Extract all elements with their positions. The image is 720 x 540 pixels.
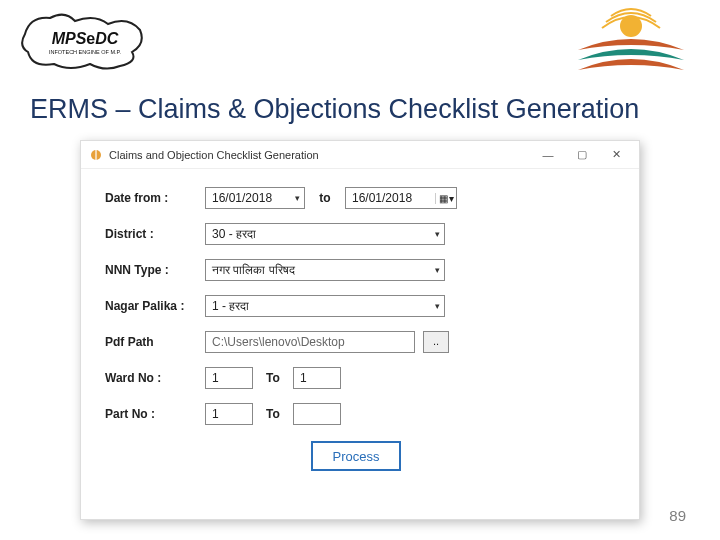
- ward-no-label: Ward No :: [105, 371, 205, 385]
- svg-rect-2: [95, 150, 97, 160]
- ward-no-to-field[interactable]: 1: [293, 367, 341, 389]
- row-nagar-palika: Nagar Palika : 1 - हरदा ▾: [105, 295, 615, 317]
- district-value: 30 - हरदा: [212, 227, 256, 241]
- date-from-value: 16/01/2018: [212, 191, 272, 205]
- nagar-palika-select[interactable]: 1 - हरदा ▾: [205, 295, 445, 317]
- dialog-window: Claims and Objection Checklist Generatio…: [80, 140, 640, 520]
- date-to-field[interactable]: 16/01/2018 ▦▾: [345, 187, 457, 209]
- calendar-toggle-icon: ▦▾: [435, 193, 454, 204]
- chevron-down-icon: ▾: [429, 301, 440, 311]
- part-no-label: Part No :: [105, 407, 205, 421]
- nagar-palika-value: 1 - हरदा: [212, 299, 249, 313]
- mpsedc-logo: MPSeDC INFOTECH ENGINE OF M.P.: [20, 6, 150, 76]
- ward-no-to-label: To: [253, 371, 293, 385]
- row-pdf-path: Pdf Path C:\Users\lenovo\Desktop ..: [105, 331, 615, 353]
- pdf-path-field[interactable]: C:\Users\lenovo\Desktop: [205, 331, 415, 353]
- row-district: District : 30 - हरदा ▾: [105, 223, 615, 245]
- row-nnn-type: NNN Type : नगर पालिका परिषद ▾: [105, 259, 615, 281]
- maximize-button[interactable]: ▢: [565, 144, 599, 166]
- browse-button[interactable]: ..: [423, 331, 449, 353]
- district-label: District :: [105, 227, 205, 241]
- nnn-type-select[interactable]: नगर पालिका परिषद ▾: [205, 259, 445, 281]
- district-select[interactable]: 30 - हरदा ▾: [205, 223, 445, 245]
- logo-line2: INFOTECH ENGINE OF M.P.: [49, 49, 121, 55]
- nagar-palika-label: Nagar Palika :: [105, 299, 205, 313]
- row-date: Date from : 16/01/2018 ▾ to 16/01/2018 ▦…: [105, 187, 615, 209]
- logo-line1: MPSeDC: [52, 30, 119, 47]
- form: Date from : 16/01/2018 ▾ to 16/01/2018 ▦…: [81, 169, 639, 425]
- app-icon: [89, 148, 103, 162]
- row-part-no: Part No : 1 To: [105, 403, 615, 425]
- part-no-from-field[interactable]: 1: [205, 403, 253, 425]
- chevron-down-icon: ▾: [429, 265, 440, 275]
- titlebar: Claims and Objection Checklist Generatio…: [81, 141, 639, 169]
- close-button[interactable]: ✕: [599, 144, 633, 166]
- date-from-field[interactable]: 16/01/2018 ▾: [205, 187, 305, 209]
- date-from-label: Date from :: [105, 191, 205, 205]
- date-to-value: 16/01/2018: [352, 191, 412, 205]
- part-no-to-label: To: [253, 407, 293, 421]
- date-to-label: to: [305, 191, 345, 205]
- nnn-type-label: NNN Type :: [105, 263, 205, 277]
- chevron-down-icon: ▾: [429, 229, 440, 239]
- part-no-to-field[interactable]: [293, 403, 341, 425]
- process-button[interactable]: Process: [311, 441, 401, 471]
- pdf-path-label: Pdf Path: [105, 335, 205, 349]
- row-ward-no: Ward No : 1 To 1: [105, 367, 615, 389]
- ward-no-from-field[interactable]: 1: [205, 367, 253, 389]
- page-title: ERMS – Claims & Objections Checklist Gen…: [30, 94, 639, 125]
- header: MPSeDC INFOTECH ENGINE OF M.P.: [0, 0, 720, 90]
- titlebar-title: Claims and Objection Checklist Generatio…: [109, 149, 531, 161]
- chevron-down-icon: ▾: [293, 193, 302, 203]
- minimize-button[interactable]: —: [531, 144, 565, 166]
- nnn-type-value: नगर पालिका परिषद: [212, 263, 295, 277]
- brand-logo: [566, 6, 696, 82]
- page-number: 89: [669, 507, 686, 524]
